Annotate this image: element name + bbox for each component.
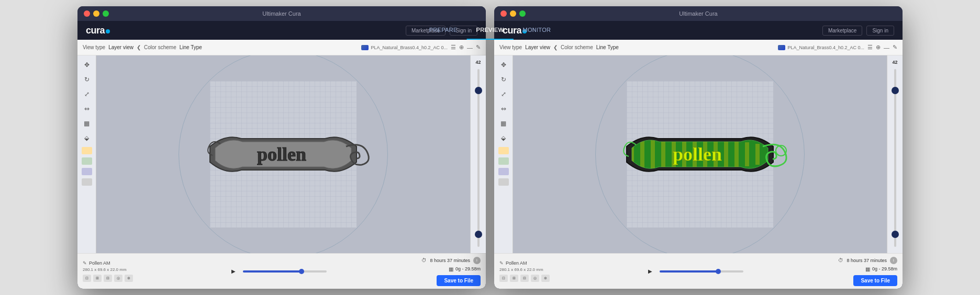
play-button[interactable]: ▶ <box>228 266 239 277</box>
more-icon-right[interactable]: — <box>884 44 889 51</box>
slider-thumb-top[interactable] <box>475 87 482 94</box>
tab-monitor-right[interactable]: MONITOR <box>513 21 560 40</box>
icon-grid-right[interactable]: ⊞ <box>510 275 518 282</box>
icon-view-right[interactable]: ◎ <box>531 275 539 282</box>
maximize-button[interactable] <box>103 10 109 17</box>
close-button[interactable] <box>84 10 90 17</box>
file-name: PLA_Natural_Brass0.4_h0.2_AC 0... <box>371 45 448 50</box>
edit-icon[interactable]: ✎ <box>476 44 481 51</box>
window-right: Ultimaker Cura cura PREPARE PREVIEW MONI… <box>494 6 903 289</box>
view-type-label: View type <box>83 44 105 50</box>
minimize-button-right[interactable] <box>510 10 516 17</box>
tool-move[interactable]: ✥ <box>80 59 94 71</box>
main-content-right: ✥ ↻ ⤢ ⇔ ▦ ⬙ <box>494 55 903 253</box>
window-title-right: Ultimaker Cura <box>679 10 717 17</box>
tool-color3-right[interactable] <box>498 168 509 175</box>
tool-support[interactable]: ▦ <box>80 117 94 130</box>
slider-track-left[interactable] <box>477 69 480 247</box>
tool-mirror-right[interactable]: ⇔ <box>496 103 511 115</box>
slider-thumb-top-right[interactable] <box>892 87 899 94</box>
traffic-lights-right <box>500 10 526 17</box>
bottom-bar-right: ✎ Pollen AM 280.1 x 69.6 x 22.0 mm ⊡ ⊞ ⊟… <box>494 253 903 289</box>
settings-icon[interactable]: ⊕ <box>459 44 464 51</box>
main-content-left: ✥ ↻ ⤢ ⇔ ▦ ⬙ pollen <box>77 55 486 253</box>
icon-perspective[interactable]: ⊕ <box>125 275 133 282</box>
signin-button-right[interactable]: Sign in <box>866 26 894 36</box>
close-button-right[interactable] <box>500 10 507 17</box>
bottom-left-left: ✎ Pollen AM 280.1 x 69.6 x 22.0 mm ⊡ ⊞ ⊟… <box>83 260 133 282</box>
tool-move-right[interactable]: ✥ <box>496 59 511 71</box>
icon-snap-right[interactable]: ⊡ <box>499 275 508 282</box>
icon-view[interactable]: ◎ <box>114 275 122 282</box>
icon-perspective-right[interactable]: ⊕ <box>541 275 550 282</box>
tool-scale-right[interactable]: ⤢ <box>496 88 511 100</box>
navbar-right-panel: cura PREPARE PREVIEW MONITOR Marketplace… <box>494 21 903 40</box>
icon-grid[interactable]: ⊞ <box>93 275 102 282</box>
icon-camera-right[interactable]: ⊟ <box>520 275 529 282</box>
weight-text-right: 0g - 29.58m <box>872 266 897 271</box>
tool-rotate-right[interactable]: ↻ <box>496 73 511 86</box>
view-type-chevron-right[interactable]: ❮ <box>553 44 558 50</box>
info-button-right[interactable]: i <box>890 257 897 264</box>
time-row-right: ⏱ 8 hours 37 minutes i <box>838 257 897 264</box>
left-tools-left: ✥ ↻ ⤢ ⇔ ▦ ⬙ <box>77 55 96 253</box>
layers-icon[interactable]: ☰ <box>451 44 456 51</box>
viewport-right[interactable]: pollen <box>513 55 887 253</box>
titlebar-right: Ultimaker Cura <box>494 6 903 21</box>
tool-color4[interactable] <box>82 178 92 186</box>
layer-number-right: 42 <box>892 60 897 65</box>
layers-icon-right[interactable]: ☰ <box>867 44 873 51</box>
tool-color4-right[interactable] <box>498 178 509 186</box>
file-name-display: ✎ Pollen AM <box>83 260 133 266</box>
icon-camera[interactable]: ⊟ <box>104 275 112 282</box>
tool-color1-right[interactable] <box>498 147 509 154</box>
color-scheme-label-right: Color scheme <box>561 44 593 50</box>
save-button-left[interactable]: Save to File <box>437 275 481 286</box>
tool-rotate[interactable]: ↻ <box>80 73 94 86</box>
viewport-left[interactable]: pollen <box>96 55 470 253</box>
pencil-icon-right: ✎ <box>499 260 504 266</box>
more-icon[interactable]: — <box>467 44 473 51</box>
tool-mirror[interactable]: ⇔ <box>80 103 94 115</box>
bottom-right-left: ⏱ 8 hours 37 minutes i ▦ 0g - 29.58m Sav… <box>421 257 481 286</box>
progress-bar-right[interactable] <box>660 270 743 273</box>
maximize-button-right[interactable] <box>519 10 526 17</box>
tool-paint-right[interactable]: ⬙ <box>496 132 511 144</box>
model-dimensions-right: 280.1 x 69.6 x 22.0 mm <box>499 267 550 272</box>
bottom-right-right: ⏱ 8 hours 37 minutes i ▦ 0g - 29.58m Sav… <box>838 257 897 286</box>
minimize-button[interactable] <box>93 10 99 17</box>
tool-paint[interactable]: ⬙ <box>80 132 94 144</box>
view-type-value-right: Layer view <box>525 44 550 50</box>
tool-scale[interactable]: ⤢ <box>80 88 94 100</box>
toolbar-icons-left: ☰ ⊕ — ✎ <box>451 44 481 51</box>
marketplace-button-right[interactable]: Marketplace <box>822 26 862 36</box>
info-button-left[interactable]: i <box>473 257 481 264</box>
slider-thumb-bottom-right[interactable] <box>892 231 899 238</box>
save-button-right[interactable]: Save to File <box>853 275 897 286</box>
weight-text-left: 0g - 29.58m <box>455 266 481 271</box>
right-panel-left: 42 <box>470 55 486 253</box>
tool-color2-right[interactable] <box>498 157 509 165</box>
tab-preview-right[interactable]: PREVIEW <box>494 21 513 40</box>
tool-color3[interactable] <box>82 168 92 175</box>
time-text-right: 8 hours 37 minutes <box>847 258 887 263</box>
tool-color1[interactable] <box>82 147 92 154</box>
tool-support-right[interactable]: ▦ <box>496 117 511 130</box>
progress-fill-right <box>660 270 718 273</box>
traffic-lights-left <box>84 10 109 17</box>
slider-thumb-bottom[interactable] <box>475 231 482 238</box>
settings-icon-right[interactable]: ⊕ <box>876 44 881 51</box>
titlebar-left: Ultimaker Cura <box>77 6 486 21</box>
play-button-right[interactable]: ▶ <box>645 266 655 277</box>
view-type-chevron[interactable]: ❮ <box>137 44 141 50</box>
file-name-display-right: ✎ Pollen AM <box>499 260 550 266</box>
icon-snap[interactable]: ⊡ <box>83 275 91 282</box>
progress-fill-left <box>243 270 302 273</box>
left-tools-right: ✥ ↻ ⤢ ⇔ ▦ ⬙ <box>494 55 513 253</box>
slider-track-right[interactable] <box>894 69 896 247</box>
tool-color2[interactable] <box>82 157 92 165</box>
edit-icon-right[interactable]: ✎ <box>893 44 897 51</box>
progress-bar-left[interactable] <box>243 270 327 273</box>
progress-dot-left <box>299 269 304 274</box>
pencil-icon: ✎ <box>83 260 87 266</box>
